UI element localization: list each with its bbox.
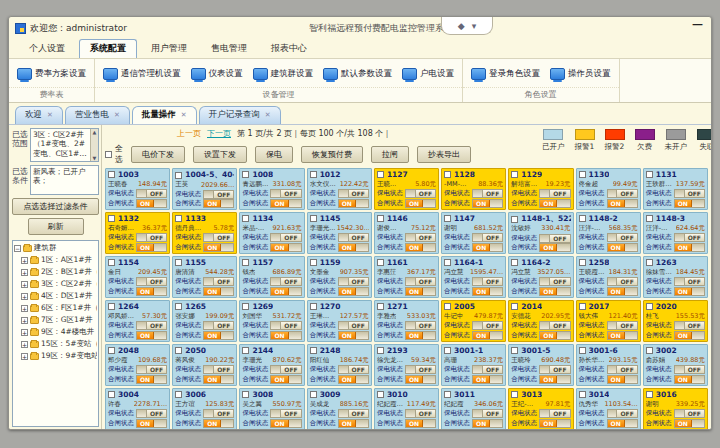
switch-toggle[interactable]: ON <box>203 331 234 340</box>
power-keep-toggle[interactable]: OFF <box>203 321 234 330</box>
on-state[interactable]: ON <box>675 420 692 427</box>
on-state[interactable]: ON <box>608 288 625 295</box>
on-state[interactable]: ON <box>540 288 557 295</box>
power-keep-toggle[interactable]: OFF <box>405 409 436 418</box>
close-icon[interactable]: ✕ <box>181 111 187 119</box>
menu-item-个人设置[interactable]: 个人设置 <box>19 40 75 58</box>
card-checkbox[interactable] <box>646 259 653 266</box>
on-state[interactable]: ON <box>540 200 557 207</box>
card-checkbox[interactable] <box>108 171 115 178</box>
close-icon[interactable]: ✕ <box>47 111 53 119</box>
toolbar-item-户电设置[interactable]: 户电设置 <box>402 68 454 80</box>
power-keep-toggle[interactable]: OFF <box>607 189 638 198</box>
card-checkbox[interactable] <box>444 171 451 178</box>
power-keep-toggle[interactable]: OFF <box>472 189 503 198</box>
on-state[interactable]: ON <box>473 288 490 295</box>
off-state[interactable]: OFF <box>146 410 166 417</box>
minimize-button[interactable]: — <box>692 19 703 30</box>
power-keep-toggle[interactable]: OFF <box>338 409 369 418</box>
power-keep-toggle[interactable]: OFF <box>136 365 167 374</box>
off-state[interactable]: OFF <box>146 278 166 285</box>
card-checkbox[interactable] <box>108 215 115 222</box>
power-keep-toggle[interactable]: OFF <box>338 365 369 374</box>
off-state[interactable]: OFF <box>482 410 502 417</box>
power-keep-toggle[interactable]: OFF <box>136 233 167 242</box>
switch-toggle[interactable]: ON <box>607 419 638 428</box>
off-state[interactable]: OFF <box>415 366 435 373</box>
on-state[interactable]: ON <box>339 332 356 339</box>
on-state[interactable]: ON <box>675 332 692 339</box>
on-state[interactable]: ON <box>473 244 490 251</box>
scrollbar[interactable]: ▲▼ <box>90 129 98 161</box>
tree-node[interactable]: +2区：B区1#井（B区1… <box>14 267 97 277</box>
card-checkbox[interactable] <box>444 347 451 354</box>
on-state[interactable]: ON <box>675 200 692 207</box>
select-all[interactable]: 全选 <box>105 143 123 165</box>
off-state[interactable]: OFF <box>348 190 368 197</box>
power-keep-toggle[interactable]: OFF <box>539 365 570 374</box>
switch-toggle[interactable]: ON <box>270 199 301 208</box>
expand-icon[interactable]: + <box>21 257 28 264</box>
power-keep-toggle[interactable]: OFF <box>203 233 234 242</box>
card-checkbox[interactable] <box>444 259 451 266</box>
power-keep-toggle[interactable]: OFF <box>203 409 234 418</box>
on-state[interactable]: ON <box>608 200 625 207</box>
switch-toggle[interactable]: ON <box>674 243 705 252</box>
selected-condition-box[interactable]: 新风表；已开户表； <box>30 165 99 195</box>
switch-toggle[interactable]: ON <box>136 375 167 384</box>
on-state[interactable]: ON <box>406 420 423 427</box>
on-state[interactable]: ON <box>137 420 154 427</box>
action-button-电价下发[interactable]: 电价下发 <box>131 146 185 163</box>
power-keep-toggle[interactable]: OFF <box>136 409 167 418</box>
card-checkbox[interactable] <box>444 303 451 310</box>
on-state[interactable]: ON <box>675 244 692 251</box>
off-state[interactable]: OFF <box>280 322 300 329</box>
power-keep-toggle[interactable]: OFF <box>539 277 570 286</box>
off-state[interactable]: OFF <box>482 234 502 241</box>
action-button-抄表导出[interactable]: 抄表导出 <box>417 146 471 163</box>
on-state[interactable]: ON <box>473 420 490 427</box>
switch-toggle[interactable]: ON <box>405 331 436 340</box>
tab-欢迎[interactable]: 欢迎✕ <box>15 106 63 124</box>
switch-toggle[interactable]: ON <box>607 287 638 296</box>
power-keep-toggle[interactable]: OFF <box>674 233 705 242</box>
off-state[interactable]: OFF <box>280 190 300 197</box>
switch-toggle[interactable]: ON <box>539 419 570 428</box>
menu-item-报表中心[interactable]: 报表中心 <box>261 40 317 58</box>
card-checkbox[interactable] <box>242 259 249 266</box>
switch-toggle[interactable]: ON <box>607 375 638 384</box>
card-checkbox[interactable] <box>579 259 586 266</box>
power-keep-toggle[interactable]: OFF <box>607 409 638 418</box>
off-state[interactable]: OFF <box>146 234 166 241</box>
card-checkbox[interactable] <box>175 303 182 310</box>
switch-toggle[interactable]: ON <box>539 331 570 340</box>
switch-toggle[interactable]: ON <box>607 331 638 340</box>
off-state[interactable]: OFF <box>415 234 435 241</box>
expand-icon[interactable]: + <box>21 329 28 336</box>
switch-toggle[interactable]: ON <box>674 331 705 340</box>
on-state[interactable]: ON <box>137 332 154 339</box>
menu-item-系统配置[interactable]: 系统配置 <box>79 39 137 58</box>
on-state[interactable]: ON <box>473 376 490 383</box>
action-button-设置下发[interactable]: 设置下发 <box>193 146 247 163</box>
on-state[interactable]: ON <box>339 244 356 251</box>
card-checkbox[interactable] <box>175 391 182 398</box>
on-state[interactable]: ON <box>204 244 221 251</box>
switch-toggle[interactable]: ON <box>270 375 301 384</box>
toolbar-item-仪表设置[interactable]: 仪表设置 <box>191 68 243 80</box>
power-keep-toggle[interactable]: OFF <box>539 409 570 418</box>
off-state[interactable]: OFF <box>616 366 636 373</box>
on-state[interactable]: ON <box>675 288 692 295</box>
scroll-up-icon[interactable]: ▲ <box>93 129 97 135</box>
card-checkbox[interactable] <box>444 215 451 222</box>
off-state[interactable]: OFF <box>616 190 636 197</box>
switch-toggle[interactable]: ON <box>674 375 705 384</box>
switch-toggle[interactable]: ON <box>674 287 705 296</box>
off-state[interactable]: OFF <box>146 190 166 197</box>
on-state[interactable]: ON <box>271 332 288 339</box>
expand-icon[interactable]: + <box>21 293 28 300</box>
card-checkbox[interactable] <box>175 215 182 222</box>
switch-toggle[interactable]: ON <box>136 243 167 252</box>
off-state[interactable]: OFF <box>280 366 300 373</box>
power-keep-toggle[interactable]: OFF <box>338 277 369 286</box>
